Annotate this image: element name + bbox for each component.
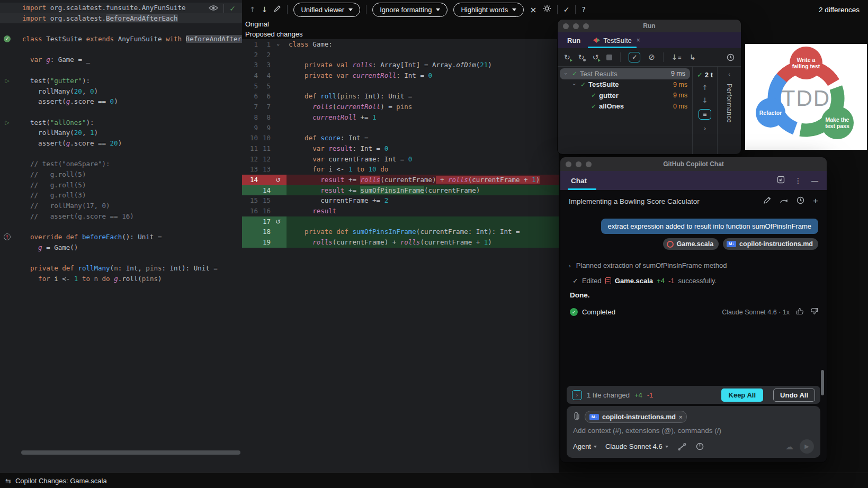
- fold-chevron-icon[interactable]: ›: [273, 44, 283, 46]
- diff-line: 44 private var currentRoll: Int = 0: [242, 70, 559, 81]
- settings-gear-icon[interactable]: [543, 4, 551, 15]
- viewer-mode-dropdown[interactable]: Unified viewer: [293, 3, 360, 17]
- thumbs-down-icon[interactable]: [810, 308, 818, 317]
- next-difference-icon[interactable]: ↓: [262, 5, 268, 14]
- run-test-gutter-icon[interactable]: ▷: [4, 119, 11, 126]
- expand-chevron-icon[interactable]: ›: [562, 71, 570, 77]
- tab-run[interactable]: Run: [558, 37, 589, 44]
- testsuite-code[interactable]: import org.scalatest.funsuite.AnyFunSuit…: [0, 3, 242, 284]
- history-clock-icon[interactable]: [797, 196, 804, 206]
- stop-icon[interactable]: [606, 55, 612, 60]
- reader-mode-eye-icon[interactable]: [209, 4, 218, 13]
- open-in-editor-icon[interactable]: [777, 176, 785, 185]
- track-running-test-toggle[interactable]: ≡: [699, 109, 711, 120]
- edited-file-name[interactable]: Game.scala: [615, 277, 653, 285]
- test-tree-row[interactable]: ✓gutter9 ms: [558, 90, 692, 101]
- previous-test-icon[interactable]: ↑: [702, 84, 708, 92]
- show-ignored-toggle[interactable]: ⊘: [648, 53, 655, 61]
- revert-change-icon[interactable]: ↺: [275, 218, 281, 225]
- attachment-chip[interactable]: M↓ copilot-instructions.md ×: [585, 411, 687, 423]
- new-chat-icon[interactable]: +: [813, 197, 818, 205]
- tab-testsuite[interactable]: TestSuite ×: [589, 37, 645, 44]
- window-controls[interactable]: [558, 23, 589, 29]
- close-window-dot[interactable]: [566, 161, 571, 167]
- divider: [287, 5, 288, 14]
- edit-icon[interactable]: [273, 5, 281, 15]
- expand-chevron-icon[interactable]: ›: [703, 124, 706, 132]
- undo-all-button[interactable]: Undo All: [773, 388, 815, 402]
- test-history-icon[interactable]: [727, 53, 735, 61]
- expand-chevron-icon[interactable]: ›: [570, 82, 579, 87]
- chat-scrollbar[interactable]: [821, 370, 824, 395]
- test-results-tree[interactable]: ›✓Test Results9 ms›✓TestSuite9 ms✓gutter…: [558, 67, 692, 154]
- sort-by-duration-icon[interactable]: ↓≡: [672, 53, 682, 61]
- zoom-window-dot[interactable]: [586, 161, 592, 167]
- horizontal-scrollbar[interactable]: [21, 450, 240, 455]
- diff-gutter: 11›: [242, 39, 287, 50]
- run-test-gutter-icon[interactable]: ▷: [4, 77, 11, 84]
- usage-gauge-icon[interactable]: [696, 442, 704, 450]
- code-line: g = Game(): [0, 242, 242, 253]
- diff-editor[interactable]: 11›class Game:2233 private val rolls: Ar…: [242, 39, 559, 473]
- apply-check-icon[interactable]: ✓: [563, 5, 570, 14]
- context-chip[interactable]: M↓copilot-instructions.md: [723, 238, 818, 250]
- kebab-menu-icon[interactable]: ⋮: [794, 176, 802, 185]
- next-test-icon[interactable]: ↓: [702, 96, 708, 104]
- close-icon[interactable]: ×: [530, 5, 536, 15]
- window-controls[interactable]: [560, 161, 592, 167]
- plan-step-label[interactable]: Planned extraction of sumOfPinsInFrame m…: [576, 261, 727, 269]
- revert-change-icon[interactable]: ↺: [275, 176, 281, 184]
- tab-chat[interactable]: Chat: [560, 177, 587, 185]
- close-window-dot[interactable]: [563, 23, 569, 29]
- ignore-formatting-dropdown[interactable]: Ignore formatting: [372, 3, 448, 17]
- remove-attachment-icon[interactable]: ×: [679, 414, 682, 420]
- toggle-auto-test-icon[interactable]: ↺: [592, 53, 598, 61]
- paperclip-icon[interactable]: [573, 412, 580, 422]
- test-tree-row[interactable]: ›✓Test Results9 ms: [560, 68, 690, 79]
- run-window-titlebar[interactable]: Run: [558, 20, 741, 32]
- differences-count: 2 differences: [819, 6, 868, 14]
- expand-chevron-icon[interactable]: ›: [569, 263, 571, 269]
- redo-icon[interactable]: [780, 197, 788, 205]
- cloud-icon[interactable]: ☁: [785, 442, 793, 451]
- highlight-words-dropdown[interactable]: Highlight words: [453, 3, 524, 17]
- rerun-tests-icon[interactable]: ↻: [564, 53, 570, 61]
- run-class-passed-gutter-icon[interactable]: ✓: [4, 35, 11, 42]
- pen-icon[interactable]: [763, 196, 771, 206]
- keep-all-button[interactable]: Keep All: [721, 388, 764, 402]
- tools-icon[interactable]: [678, 443, 686, 450]
- import-test-results-icon[interactable]: ↳: [690, 53, 696, 61]
- tdd-center-text: TDD: [782, 86, 830, 111]
- test-tree-row[interactable]: ✓allOnes0 ms: [558, 101, 692, 112]
- test-tree-row[interactable]: ›✓TestSuite9 ms: [558, 79, 692, 91]
- chat-input[interactable]: Add context (#), extensions (@), command…: [573, 427, 814, 435]
- mode-selector[interactable]: Agent: [573, 442, 597, 450]
- minimize-window-dot[interactable]: [576, 161, 581, 167]
- chat-window-titlebar[interactable]: GitHub Copilot Chat: [560, 157, 827, 171]
- context-chip[interactable]: Game.scala: [663, 238, 719, 250]
- thumbs-up-icon[interactable]: [796, 308, 804, 317]
- diff-gutter: 1515: [242, 195, 287, 206]
- rerun-failed-tests-icon[interactable]: ↻: [578, 53, 585, 61]
- diff-gutter: 1010: [242, 133, 287, 143]
- lines-added: +4: [657, 277, 665, 285]
- show-passed-toggle[interactable]: ✓: [629, 52, 640, 62]
- completed-label: Completed: [582, 308, 615, 316]
- expand-changes-chevron[interactable]: ›: [572, 390, 582, 400]
- no-problems-check-icon[interactable]: ✓: [229, 4, 236, 13]
- minimize-icon[interactable]: —: [811, 177, 818, 185]
- send-button[interactable]: ▶: [800, 439, 814, 454]
- previous-difference-icon[interactable]: ↑: [249, 5, 256, 14]
- help-icon[interactable]: ?: [581, 5, 585, 14]
- copilot-changes-icon: ⇆: [5, 477, 11, 485]
- performance-tab[interactable]: ‹ Performance: [717, 67, 741, 154]
- zoom-window-dot[interactable]: [583, 23, 589, 29]
- inspections-widget[interactable]: ✓: [209, 4, 236, 13]
- model-selector[interactable]: Claude Sonnet 4.6: [605, 442, 668, 450]
- collapse-chevron-icon[interactable]: ‹: [728, 71, 730, 77]
- lines-removed: -1: [647, 391, 654, 399]
- status-bar-label[interactable]: Copilot Changes: Game.scala: [15, 477, 107, 485]
- override-gutter-icon[interactable]: ↑: [4, 233, 11, 240]
- minimize-window-dot[interactable]: [573, 23, 579, 29]
- close-tab-icon[interactable]: ×: [637, 37, 640, 44]
